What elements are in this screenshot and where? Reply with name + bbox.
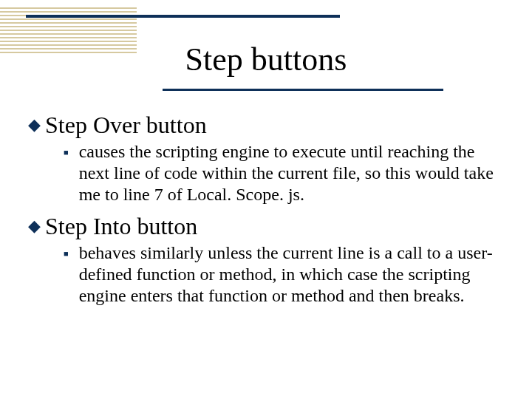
slide-title: Step buttons — [0, 41, 532, 78]
detail-text: behaves similarly unless the current lin… — [79, 242, 497, 307]
list-item: ◆ Step Into button — [28, 213, 504, 239]
square-bullet-icon: ■ — [64, 242, 69, 265]
square-bullet-icon: ■ — [64, 141, 69, 163]
top-horizontal-rule — [26, 15, 340, 18]
mid-horizontal-rule — [163, 89, 443, 91]
list-item: ■ causes the scripting engine to execute… — [64, 141, 497, 205]
diamond-bullet-icon: ◆ — [28, 213, 41, 239]
heading-text: Step Over button — [45, 112, 207, 138]
heading-text: Step Into button — [45, 213, 197, 239]
slide-body: ◆ Step Over button ■ causes the scriptin… — [28, 107, 504, 314]
detail-text: causes the scripting engine to execute u… — [79, 141, 497, 205]
list-item: ◆ Step Over button — [28, 112, 504, 138]
slide: Step buttons ◆ Step Over button ■ causes… — [0, 0, 532, 399]
list-item: ■ behaves similarly unless the current l… — [64, 242, 497, 307]
diamond-bullet-icon: ◆ — [28, 112, 41, 138]
